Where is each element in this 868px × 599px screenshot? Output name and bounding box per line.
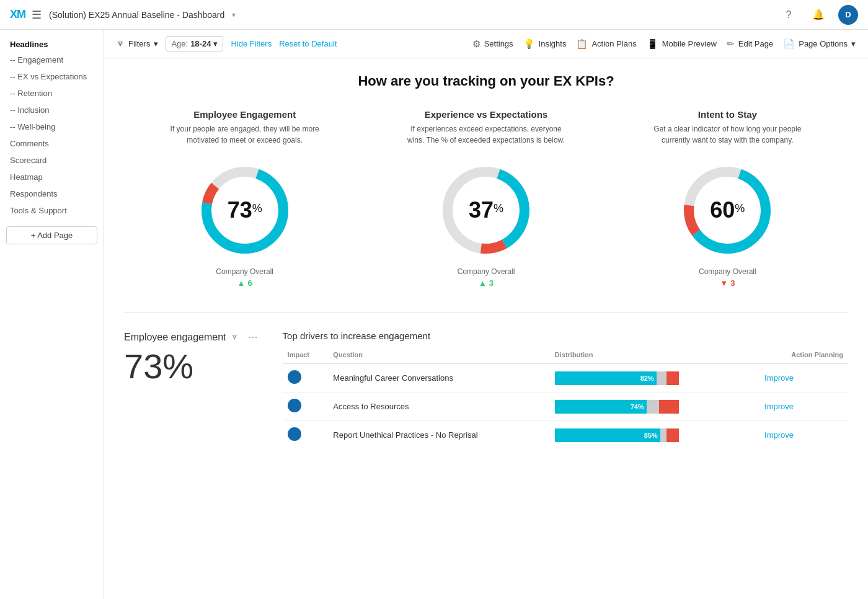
kpi-title-intent: Intent to Stay — [698, 109, 757, 120]
sidebar-item-comments[interactable]: Comments — [0, 135, 104, 152]
page-options-icon: 📄 — [783, 38, 795, 50]
kpi-company-label-engagement: Company Overall — [216, 267, 273, 276]
driver-distribution-0: 82% — [550, 364, 760, 393]
main-layout: Headlines -- Engagement -- EX vs Expecta… — [0, 30, 868, 599]
section-heading: How are you tracking on your EX KPIs? — [124, 73, 848, 89]
age-filter[interactable]: Age: 18-24 ▾ — [166, 36, 223, 51]
kpi-company-label-intent: Company Overall — [699, 267, 756, 276]
page-options-button[interactable]: 📄 Page Options ▾ — [783, 38, 856, 50]
main-content: ⛛ Filters ▾ Age: 18-24 ▾ Hide Filters Re… — [104, 30, 868, 599]
insights-icon: 💡 — [523, 38, 535, 50]
kpi-card-experience: Experience vs Expectations If experience… — [365, 109, 606, 288]
kpi-desc-intent: Get a clear indicator of how long your p… — [647, 123, 808, 146]
kpi-desc-experience: If experiences exceed expectations, ever… — [405, 123, 567, 146]
filters-button[interactable]: ⛛ Filters ▾ — [117, 39, 158, 48]
edit-icon: ✏ — [727, 38, 735, 50]
driver-row: Report Unethical Practices - No Reprisal… — [283, 421, 848, 450]
sidebar-item-ex-vs-expectations[interactable]: -- EX vs Expectations — [0, 68, 104, 85]
driver-impact-2 — [283, 421, 329, 450]
sidebar-item-respondents[interactable]: Respondents — [0, 185, 104, 202]
top-nav-icons: ? 🔔 D — [779, 5, 858, 25]
toolbar-right: ⚙ Settings 💡 Insights 📋 Action Plans 📱 M… — [472, 38, 856, 50]
settings-label: Settings — [484, 39, 513, 48]
top-nav: XM ☰ (Solution) EX25 Annual Baseline - D… — [0, 0, 868, 30]
mobile-preview-button[interactable]: 📱 Mobile Preview — [647, 38, 717, 50]
driver-question-2: Report Unethical Practices - No Reprisal — [328, 421, 549, 450]
driver-row: Access to Resources 74% Improve — [283, 393, 848, 421]
driver-row: Meaningful Career Conversations 82% Impr… — [283, 364, 848, 393]
section-divider — [124, 313, 848, 313]
big-percent: 73% — [124, 346, 258, 386]
improve-button-2[interactable]: Improve — [764, 430, 794, 440]
donut-intent: 60% — [678, 161, 777, 260]
kpi-title-experience: Experience vs Expectations — [425, 109, 547, 120]
page-options-label: Page Options — [799, 39, 848, 48]
add-page-button[interactable]: + Add Page — [6, 226, 97, 244]
delta-value-experience: 3 — [489, 278, 494, 288]
sidebar-item-engagement[interactable]: -- Engagement — [0, 51, 104, 68]
kpi-delta-intent: ▼ 3 — [720, 278, 735, 288]
delta-arrow-down-icon: ▼ — [720, 278, 728, 288]
donut-svg-experience — [436, 161, 536, 260]
help-icon[interactable]: ? — [779, 5, 799, 25]
driver-distribution-2: 85% — [550, 421, 760, 450]
col-question: Question — [328, 348, 549, 364]
bell-icon[interactable]: 🔔 — [808, 5, 828, 25]
col-distribution: Distribution — [550, 348, 760, 364]
driver-distribution-1: 74% — [550, 393, 760, 421]
sidebar-item-wellbeing[interactable]: -- Well-being — [0, 118, 104, 135]
hide-filters-button[interactable]: Hide Filters — [231, 39, 272, 48]
breadcrumb: (Solution) EX25 Annual Baseline - Dashbo… — [49, 10, 224, 20]
mobile-icon: 📱 — [647, 38, 658, 50]
delta-arrow-up-icon: ▲ — [237, 278, 246, 288]
filters-chevron-icon: ▾ — [154, 39, 158, 48]
donut-svg-intent — [678, 161, 777, 260]
col-impact: Impact — [283, 348, 329, 364]
sidebar-item-inclusion[interactable]: -- Inclusion — [0, 102, 104, 118]
bottom-section: Employee engagement ⛛ ··· 73% Top driver… — [124, 331, 848, 449]
breadcrumb-chevron-icon[interactable]: ▾ — [232, 11, 236, 19]
sidebar-item-retention[interactable]: -- Retention — [0, 85, 104, 102]
edit-page-button[interactable]: ✏ Edit Page — [727, 38, 773, 50]
kpi-card-intent: Intent to Stay Get a clear indicator of … — [607, 109, 848, 288]
insights-label: Insights — [539, 39, 567, 48]
action-plans-icon: 📋 — [576, 38, 588, 50]
donut-experience: 37% — [436, 161, 536, 260]
driver-action-1[interactable]: Improve — [760, 393, 848, 421]
page-options-chevron-icon: ▾ — [851, 39, 856, 48]
col-action-planning: Action Planning — [760, 348, 848, 364]
reset-default-button[interactable]: Reset to Default — [279, 39, 337, 48]
filter-icon-small: ⛛ — [231, 333, 239, 342]
sidebar-item-tools-support[interactable]: Tools & Support — [0, 202, 104, 219]
sidebar-section-header: Headlines — [0, 35, 104, 51]
dashboard-body: How are you tracking on your EX KPIs? Em… — [104, 58, 868, 464]
sidebar-item-heatmap[interactable]: Heatmap — [0, 169, 104, 185]
ellipsis-button[interactable]: ··· — [249, 331, 258, 344]
drivers-panel: Top drivers to increase engagement Impac… — [283, 331, 848, 449]
delta-value-engagement: 6 — [247, 278, 252, 288]
improve-button-1[interactable]: Improve — [764, 402, 794, 411]
driver-question-0: Meaningful Career Conversations — [328, 364, 549, 393]
driver-action-2[interactable]: Improve — [760, 421, 848, 450]
kpi-desc-engagement: If your people are engaged, they will be… — [164, 123, 326, 146]
age-filter-value: 18-24 — [190, 39, 211, 48]
hamburger-icon[interactable]: ☰ — [32, 8, 42, 22]
action-plans-button[interactable]: 📋 Action Plans — [576, 38, 636, 50]
filters-label: Filters — [128, 39, 150, 48]
left-panel: Employee engagement ⛛ ··· 73% — [124, 331, 258, 449]
age-filter-chevron-icon: ▾ — [213, 39, 218, 48]
age-filter-label: Age: — [171, 39, 188, 48]
kpi-delta-engagement: ▲ 6 — [237, 278, 252, 288]
driver-action-0[interactable]: Improve — [760, 364, 848, 393]
sidebar-item-scorecard[interactable]: Scorecard — [0, 152, 104, 169]
settings-button[interactable]: ⚙ Settings — [472, 38, 513, 50]
insights-button[interactable]: 💡 Insights — [523, 38, 567, 50]
drivers-table-header: Impact Question Distribution Action Plan… — [283, 348, 848, 364]
sidebar: Headlines -- Engagement -- EX vs Expecta… — [0, 30, 104, 599]
improve-button-0[interactable]: Improve — [764, 373, 794, 383]
left-panel-title: Employee engagement ⛛ ··· — [124, 331, 258, 344]
mobile-preview-label: Mobile Preview — [662, 39, 717, 48]
user-avatar[interactable]: D — [838, 5, 858, 25]
edit-page-label: Edit Page — [738, 39, 773, 48]
filter-icon: ⛛ — [117, 39, 125, 48]
